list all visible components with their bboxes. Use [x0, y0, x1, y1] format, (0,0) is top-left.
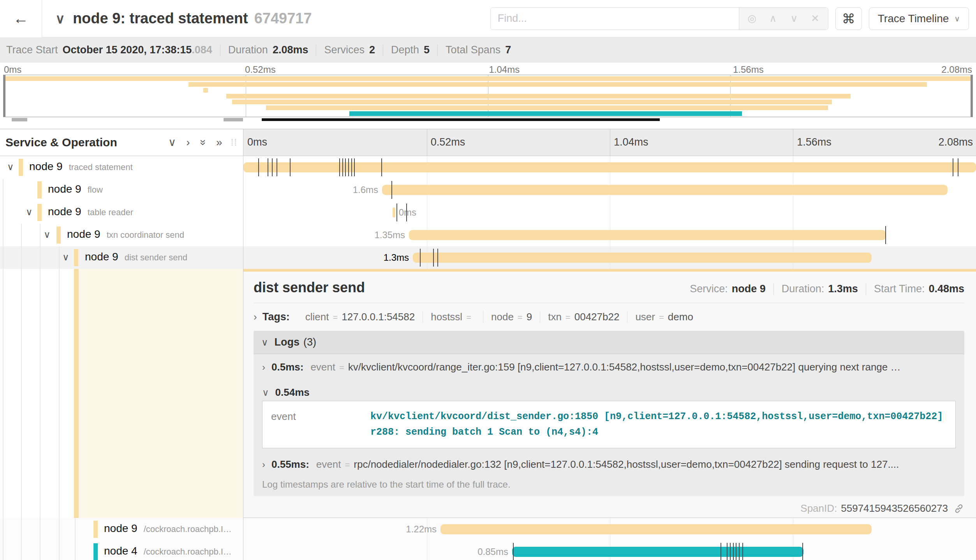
span-bar-cell[interactable]: 1.3ms — [243, 246, 976, 269]
log-marker — [958, 158, 958, 176]
expand-one-icon[interactable]: › — [186, 137, 190, 148]
span-bar[interactable] — [440, 524, 872, 534]
logs-header[interactable]: ∨ Logs (3) — [254, 331, 964, 354]
timeline-ticks-header[interactable]: 0ms 0.52ms 1.04ms 1.56ms 2.08ms — [243, 129, 976, 156]
trace-minimap[interactable] — [3, 75, 973, 117]
log-marker — [437, 249, 438, 267]
span-row-txn-coordinator-send[interactable]: ∨ node 9txn coordinator send 1.35ms — [0, 224, 976, 246]
log-marker — [736, 543, 736, 560]
service-name[interactable]: node 9txn coordinator send — [67, 228, 184, 241]
operation-name: /cockroach.roachpb.I… — [144, 524, 232, 534]
span-bar[interactable] — [409, 230, 886, 240]
trace-view-label: Trace Timeline — [878, 12, 949, 25]
log-marker — [396, 204, 397, 221]
start-time-label: Start Time: — [874, 283, 925, 295]
service-name[interactable]: node 4/cockroach.roachpb.I… — [104, 545, 232, 557]
trace-view-selector[interactable]: Trace Timeline ∨ — [869, 7, 969, 30]
indent-guide — [59, 518, 60, 541]
chevron-down-icon[interactable]: ∨ — [62, 252, 69, 263]
chevron-down-icon[interactable]: ∨ — [55, 11, 65, 26]
trace-title-group: ∨ node 9: traced statement 6749717 — [42, 10, 490, 27]
timeline-tick: 2.08ms — [938, 136, 973, 148]
timeline-header-row: Service & Operation ∨ › » » ⁞⁞ 0ms 0.52m… — [0, 129, 976, 156]
indent-guide — [21, 541, 22, 560]
span-bar[interactable] — [393, 207, 395, 218]
duration-value: 1.3ms — [828, 283, 858, 295]
span-name-cell: node 9/cockroach.roachpb.I… — [0, 518, 243, 541]
divider — [316, 44, 316, 56]
log-marker — [730, 543, 731, 560]
chevron-down-icon[interactable]: ∨ — [26, 207, 33, 218]
find-clear-icon[interactable]: ✕ — [805, 12, 826, 25]
span-bar-cell[interactable]: 1.22ms — [243, 518, 976, 541]
log-value: kv/kvclient/kvcoord/range_iter.go:159 [n… — [348, 361, 901, 373]
log-entry-3[interactable]: › 0.55ms: event = rpc/nodedialer/nodedia… — [254, 456, 964, 477]
minimap-tick: 0.52ms — [245, 64, 276, 75]
gridline — [427, 541, 427, 560]
indent-guide — [3, 518, 4, 541]
span-bar[interactable] — [512, 547, 803, 557]
span-bar[interactable] — [382, 185, 948, 195]
span-bar[interactable] — [243, 162, 976, 172]
find-box: ◎ ∧ ∨ ✕ — [490, 7, 828, 30]
indent-guide — [59, 541, 60, 560]
log-marker — [391, 181, 392, 199]
tags-row[interactable]: › Tags: client=127.0.0.1:54582 hostssl= … — [243, 303, 976, 330]
detail-left-gutter — [0, 269, 243, 518]
span-row-node4-rpc[interactable]: node 4/cockroach.roachpb.I… 0.85ms — [0, 541, 976, 560]
log-marker — [339, 158, 340, 176]
minimap-left-handle[interactable] — [4, 75, 5, 117]
service-name[interactable]: node 9flow — [48, 183, 103, 195]
service-name[interactable]: node 9/cockroach.roachpb.I… — [104, 522, 232, 535]
minimap-span-bar — [4, 76, 972, 81]
log-field-value: kv/kvclient/kvcoord/dist_sender.go:1850 … — [370, 409, 947, 440]
operation-name: dist sender send — [125, 253, 187, 262]
locate-icon[interactable]: ◎ — [742, 12, 763, 25]
span-detail-panel: dist sender send Service: node 9 Duratio… — [243, 269, 976, 518]
span-row-traced-statement[interactable]: ∨ node 9traced statement — [0, 156, 976, 179]
span-row-node9-rpc[interactable]: node 9/cockroach.roachpb.I… 1.22ms — [0, 518, 976, 541]
span-bar-cell[interactable]: 0.85ms — [243, 541, 976, 560]
minimap-right-handle[interactable] — [971, 75, 972, 117]
log-marker — [268, 158, 268, 176]
span-bar-cell[interactable] — [243, 156, 976, 179]
collapse-one-icon[interactable]: ∨ — [168, 137, 176, 148]
log-marker — [885, 226, 886, 244]
minimap-tick-labels: 0ms 0.52ms 1.04ms 1.56ms 2.08ms — [0, 63, 976, 75]
services-value: 2 — [369, 44, 375, 56]
tag-client: client=127.0.0.1:54582 — [298, 311, 423, 323]
log-entry-1[interactable]: › 0.5ms: event = kv/kvclient/kvcoord/ran… — [254, 354, 964, 379]
service-name[interactable]: node 9traced statement — [29, 160, 133, 173]
span-bar[interactable] — [413, 253, 872, 263]
scrubber-handle[interactable] — [12, 118, 27, 121]
find-prev-icon[interactable]: ∧ — [763, 12, 784, 25]
indent-guide — [3, 179, 4, 201]
expand-all-icon[interactable]: » — [216, 137, 222, 148]
log-timestamp: 0.55ms: — [271, 458, 309, 470]
span-name-cell: node 9flow — [0, 179, 243, 201]
span-row-flow[interactable]: node 9flow 1.6ms — [0, 179, 976, 201]
span-duration-label: 0ms — [399, 207, 416, 218]
find-next-icon[interactable]: ∨ — [784, 12, 805, 25]
span-bar-cell[interactable]: 0ms — [243, 201, 976, 224]
collapse-all-icon[interactable]: » — [197, 139, 208, 146]
find-input[interactable] — [491, 8, 739, 30]
scrubber-handle[interactable] — [224, 118, 243, 121]
minimap-span-bar — [266, 105, 828, 110]
deep-link-icon[interactable] — [953, 503, 964, 514]
back-button[interactable]: ← — [0, 0, 42, 37]
service-name[interactable]: node 9table reader — [48, 205, 133, 218]
span-row-dist-sender-send-selected[interactable]: ∨ node 9dist sender send 1.3ms — [0, 246, 976, 269]
span-bar-cell[interactable]: 1.35ms — [243, 224, 976, 246]
chevron-down-icon[interactable]: ∨ — [7, 162, 14, 172]
log-entry-2-header[interactable]: ∨ 0.54ms — [254, 379, 964, 400]
keyboard-shortcuts-button[interactable]: ⌘ — [835, 7, 862, 30]
service-color-bar — [56, 226, 61, 244]
chevron-down-icon[interactable]: ∨ — [44, 229, 51, 240]
span-row-table-reader[interactable]: ∨ node 9table reader 0ms — [0, 201, 976, 224]
minimap-scrubber[interactable] — [262, 118, 660, 121]
span-bar-cell[interactable]: 1.6ms — [243, 179, 976, 201]
log-marker — [406, 204, 407, 221]
column-resizer[interactable]: ⁞⁞ — [231, 137, 238, 148]
service-name[interactable]: node 9dist sender send — [85, 251, 187, 263]
